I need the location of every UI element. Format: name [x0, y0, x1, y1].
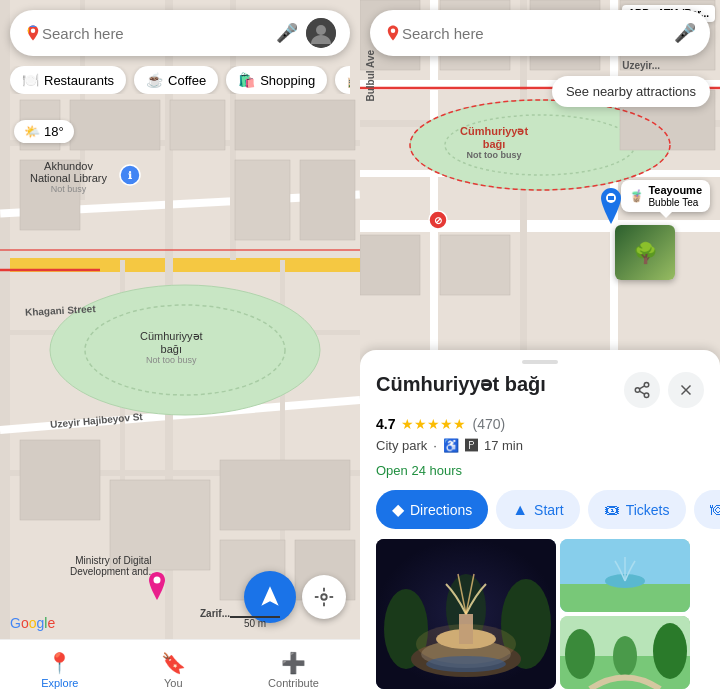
you-label: You — [164, 677, 183, 689]
left-mic-icon[interactable]: 🎤 — [276, 22, 298, 44]
user-avatar-left[interactable] — [306, 18, 336, 48]
place-info-row: City park · ♿ 🅿 17 min — [360, 436, 720, 461]
shopping-pill[interactable]: 🛍️ Shopping — [226, 66, 327, 94]
uzeyir-right-label: Uzeyir... — [622, 60, 660, 71]
left-search-bar[interactable]: 🎤 — [10, 10, 350, 56]
teayoume-marker[interactable]: 🧋 TeayoumeBubble Tea — [621, 180, 710, 212]
right-search-input[interactable] — [402, 25, 666, 42]
share-icon — [633, 381, 651, 399]
google-logo: Google — [10, 615, 55, 631]
close-button[interactable] — [668, 372, 704, 408]
map-photo-thumbnail[interactable]: 🌳 — [615, 225, 675, 280]
park-label-right: Cümhuriyyət bağı Not too busy — [460, 125, 528, 160]
nav-explore[interactable]: 📍 Explore — [41, 651, 78, 689]
scale-text: 50 m — [244, 618, 266, 629]
main-photo[interactable] — [376, 539, 556, 689]
shopping-label: Shopping — [260, 73, 315, 88]
vertical-road-left — [0, 0, 10, 699]
place-type: City park — [376, 438, 427, 453]
hotels-pill[interactable]: 🏨 Ho — [335, 66, 350, 94]
shopping-icon: 🛍️ — [238, 72, 255, 88]
share-button[interactable] — [624, 372, 660, 408]
rating-count: (470) — [472, 416, 505, 432]
svg-line-60 — [639, 386, 644, 389]
right-mic-icon[interactable]: 🎤 — [674, 22, 696, 44]
google-maps-pin-right — [384, 24, 402, 42]
coffee-icon: ☕ — [146, 72, 163, 88]
google-e: e — [47, 615, 55, 631]
svg-rect-13 — [235, 160, 290, 240]
restaurants-label: Restaurants — [44, 73, 114, 88]
directions-label: Directions — [410, 502, 472, 518]
svg-rect-16 — [110, 480, 210, 570]
place-name: Cümhuriyyət bağı — [376, 372, 614, 396]
category-bar-left: 🍽️ Restaurants ☕ Coffee 🛍️ Shopping 🏨 Ho — [10, 66, 350, 94]
wheelchair-icon: ♿ — [443, 438, 459, 453]
rating-value: 4.7 — [376, 416, 395, 432]
svg-rect-11 — [170, 100, 225, 150]
svg-rect-15 — [20, 440, 100, 520]
weather-badge: 🌤️ 18° — [14, 120, 74, 143]
park-path-photo — [560, 616, 690, 689]
bottom-nav-left: 📍 Explore 🔖 You ➕ Contribute — [0, 639, 360, 699]
svg-rect-49 — [440, 235, 510, 295]
zarifa-label: Zarif... — [200, 608, 230, 619]
open-status: Open 24 hours — [376, 463, 462, 478]
location-icon — [313, 586, 335, 608]
scale-bar: 50 m — [230, 616, 280, 629]
hours-row: Open 24 hours — [360, 461, 720, 486]
action-buttons-row: ◆ Directions ▲ Start 🎟 Tickets 🍽 Din — [360, 486, 720, 539]
restaurants-icon: 🍽️ — [22, 72, 39, 88]
svg-point-72 — [426, 656, 506, 672]
right-search-bar[interactable]: 🎤 — [370, 10, 710, 56]
svg-rect-14 — [300, 160, 355, 240]
svg-point-78 — [565, 629, 595, 679]
svg-point-25 — [31, 29, 36, 34]
nav-contribute[interactable]: ➕ Contribute — [268, 651, 319, 689]
svg-point-58 — [644, 393, 649, 398]
tickets-button[interactable]: 🎟 Tickets — [588, 490, 686, 529]
place-bottom-sheet: Cümhuriyyət bağı — [360, 350, 720, 699]
sheet-header-actions — [624, 372, 704, 408]
svg-rect-74 — [560, 584, 690, 612]
svg-point-55 — [391, 29, 396, 34]
directions-icon: ◆ — [392, 500, 404, 519]
dine-icon: 🍽 — [710, 501, 721, 519]
start-button[interactable]: ▲ Start — [496, 490, 579, 529]
svg-point-79 — [653, 623, 687, 679]
explore-label: Explore — [41, 677, 78, 689]
park-photo-1[interactable] — [560, 539, 690, 612]
nearby-attractions-bubble[interactable]: See nearby attractions — [552, 76, 710, 107]
google-maps-pin-left — [24, 24, 42, 42]
dine-button[interactable]: 🍽 Din — [694, 490, 721, 529]
start-label: Start — [534, 502, 564, 518]
coffee-label: Coffee — [168, 73, 206, 88]
location-button[interactable] — [302, 575, 346, 619]
park-photo-2[interactable] — [560, 616, 690, 689]
sheet-handle — [522, 360, 558, 364]
svg-text:⊘: ⊘ — [434, 215, 442, 226]
contribute-label: Contribute — [268, 677, 319, 689]
rating-stars: ★★★★★ — [401, 416, 466, 432]
svg-rect-10 — [70, 100, 160, 150]
restaurants-pill[interactable]: 🍽️ Restaurants — [10, 66, 126, 94]
start-icon: ▲ — [512, 501, 528, 519]
svg-rect-8 — [20, 160, 80, 230]
svg-point-27 — [316, 25, 326, 35]
park-fountain-photo — [560, 539, 690, 612]
weather-icon: 🌤️ — [24, 124, 40, 139]
left-map-panel: ℹ Akhundov National Library Not busy Cüm… — [0, 0, 360, 699]
hotels-icon: 🏨 — [347, 72, 350, 88]
rating-row: 4.7 ★★★★★ (470) — [360, 416, 720, 436]
dot-separator: · — [433, 438, 437, 453]
svg-point-57 — [635, 388, 640, 393]
directions-button[interactable]: ◆ Directions — [376, 490, 488, 529]
contribute-icon: ➕ — [281, 651, 306, 675]
close-icon — [677, 381, 695, 399]
fountain-photo — [376, 539, 556, 689]
coffee-pill[interactable]: ☕ Coffee — [134, 66, 218, 94]
parking-icon: 🅿 — [465, 438, 478, 453]
left-search-input[interactable] — [42, 25, 268, 42]
nav-you[interactable]: 🔖 You — [161, 651, 186, 689]
right-map-panel: ⊘ Cümhuriyyət bağı Not too busy ABB · AT… — [360, 0, 720, 699]
